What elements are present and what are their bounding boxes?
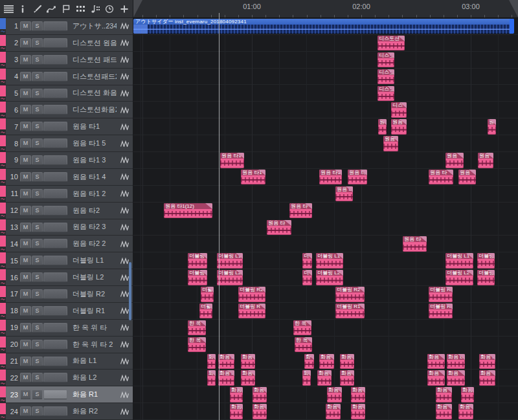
audio-clip[interactable]: 더 <box>302 253 312 269</box>
audio-clip[interactable]: 원음 <box>445 153 464 168</box>
audio-clip[interactable]: 디스토션 <box>377 36 405 51</box>
audio-clip[interactable]: 화음 L <box>218 370 234 386</box>
timeline-ruler[interactable]: 01:0002:0003:00 <box>133 0 518 18</box>
track-row-20[interactable]: 20MS한 옥 위 타 2 <box>0 337 133 353</box>
mute-button[interactable]: M <box>20 289 31 299</box>
solo-button[interactable]: S <box>32 340 43 349</box>
volume-slider[interactable] <box>43 272 67 282</box>
audio-clip[interactable]: 원음 타1 <box>319 170 342 185</box>
audio-clip[interactable]: 화음 <box>461 387 474 403</box>
track-row-10[interactable]: 10MS원음 타1 4 <box>0 169 133 186</box>
audio-clip[interactable]: 디스토 <box>377 86 394 102</box>
audio-clip[interactable]: 화음 <box>436 404 452 419</box>
track-row-17[interactable]: 17MS더블링 R2 <box>0 286 133 303</box>
menu-icon[interactable] <box>3 3 14 16</box>
audio-clip[interactable]: 화음 <box>447 370 465 386</box>
waveform-indicator-icon[interactable] <box>120 54 129 65</box>
audio-clip[interactable]: 더블링 L1 <box>316 253 343 269</box>
audio-clip[interactable]: 화음 <box>340 370 354 386</box>
waveform-indicator-icon[interactable] <box>120 389 129 401</box>
audio-region-right-edge[interactable] <box>510 19 514 34</box>
audio-clip[interactable]: 원음 타1 <box>220 153 244 168</box>
audio-clip[interactable]: 원음 타 <box>348 170 367 185</box>
waveform-indicator-icon[interactable] <box>120 221 129 233</box>
audio-clip[interactable]: 디스토 <box>377 69 394 85</box>
volume-slider[interactable] <box>43 357 67 366</box>
audio-clip[interactable]: 한 옥 <box>188 337 206 353</box>
audio-clip[interactable]: 원음 타 <box>289 203 312 219</box>
volume-slider[interactable] <box>43 21 67 31</box>
solo-button[interactable]: S <box>32 256 43 265</box>
waveform-indicator-icon[interactable] <box>120 171 129 182</box>
waveform-indicator-icon[interactable] <box>120 154 129 166</box>
audio-clip[interactable]: 원음 타1 <box>241 170 265 185</box>
mute-button[interactable]: M <box>20 239 31 249</box>
volume-slider[interactable] <box>43 89 67 98</box>
audio-clip[interactable]: 화음 <box>241 370 255 386</box>
waveform-indicator-icon[interactable] <box>120 372 129 384</box>
clock-icon[interactable] <box>104 3 115 16</box>
solo-button[interactable]: S <box>32 89 43 98</box>
audio-clip[interactable]: 더블 <box>199 304 212 319</box>
audio-clip[interactable]: 화 <box>207 354 216 370</box>
tool-icon[interactable] <box>32 3 43 16</box>
arrangement-area[interactable]: 01:0002:0003:00 アウトサイダー inst_evemaru_201… <box>133 0 518 420</box>
track-row-22[interactable]: 22MS화음 L2 <box>0 370 133 386</box>
volume-slider[interactable] <box>43 289 67 299</box>
audio-clip[interactable]: 화 <box>302 370 311 386</box>
audio-clip[interactable]: 화음 <box>479 370 495 386</box>
solo-button[interactable]: S <box>32 239 43 249</box>
solo-button[interactable]: S <box>32 223 43 232</box>
audio-clip[interactable]: 더블링 R <box>238 304 265 319</box>
audio-clip[interactable]: 한 옥 <box>295 337 312 353</box>
volume-slider[interactable] <box>43 390 67 399</box>
waveform-indicator-icon[interactable] <box>120 338 129 350</box>
mute-button[interactable]: M <box>20 105 31 115</box>
audio-clip[interactable]: 화음 <box>427 370 445 386</box>
audio-clip[interactable]: 더블링 <box>477 253 495 269</box>
mute-button[interactable]: M <box>20 306 31 316</box>
track-row-18[interactable]: 18MS더블링 R1 <box>0 303 133 320</box>
volume-slider[interactable] <box>43 172 67 182</box>
waveform-indicator-icon[interactable] <box>120 406 129 417</box>
mute-button[interactable]: M <box>20 390 31 399</box>
audio-clip[interactable]: 화음 L <box>447 354 465 370</box>
mute-button[interactable]: M <box>20 323 31 333</box>
audio-clip[interactable]: 더블링 <box>188 253 207 269</box>
volume-slider[interactable] <box>43 72 67 82</box>
add-track-icon[interactable] <box>118 3 130 16</box>
audio-clip[interactable]: 원음 <box>383 136 398 151</box>
quantize-grid-icon[interactable] <box>75 3 87 16</box>
waveform-indicator-icon[interactable] <box>120 104 129 116</box>
audio-clip[interactable]: 디스토 <box>377 52 394 68</box>
audio-clip[interactable]: 화음 <box>319 354 334 370</box>
volume-slider[interactable] <box>43 406 67 416</box>
track-row-7[interactable]: 7MS원음 타1 <box>0 118 133 135</box>
solo-button[interactable]: S <box>32 357 43 366</box>
audio-clip[interactable]: 원음 타 <box>429 170 453 185</box>
volume-slider[interactable] <box>43 38 67 48</box>
audio-clip[interactable]: 원음 <box>391 119 407 135</box>
marker-flag-icon[interactable] <box>60 3 72 16</box>
mute-button[interactable]: M <box>20 138 31 148</box>
volume-slider[interactable] <box>43 323 67 333</box>
mute-button[interactable]: M <box>20 406 31 416</box>
audio-clip[interactable]: 디스 <box>391 102 407 118</box>
audio-clip[interactable]: 화음 <box>327 387 342 403</box>
track-row-23[interactable]: 23MS화음 R1 <box>0 386 133 403</box>
volume-slider[interactable] <box>43 223 67 232</box>
audio-clip[interactable]: 원음 타 <box>335 186 353 202</box>
track-row-9[interactable]: 9MS원음 타1 3 <box>0 152 133 169</box>
audio-clip[interactable]: 한 옥 <box>293 320 311 336</box>
track-row-21[interactable]: 21MS화음 L1 <box>0 353 133 370</box>
audio-clip[interactable]: 더블링 <box>188 270 207 285</box>
solo-button[interactable]: S <box>32 406 43 416</box>
audio-clip[interactable]: 화음 L <box>218 354 234 370</box>
waveform-indicator-icon[interactable] <box>120 272 129 283</box>
mute-button[interactable]: M <box>20 223 31 232</box>
mute-button[interactable]: M <box>20 55 31 65</box>
volume-slider[interactable] <box>43 340 67 349</box>
solo-button[interactable]: S <box>32 373 43 382</box>
audio-clip[interactable]: 원음 타 <box>267 220 291 236</box>
audio-clip[interactable]: 화음 <box>351 387 365 403</box>
